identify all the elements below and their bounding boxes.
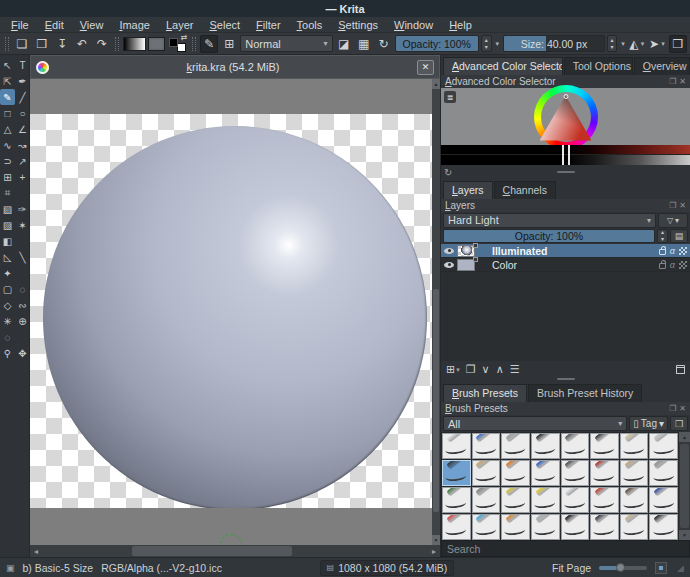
blending-mode-select[interactable]: Normal ▾ <box>240 35 332 52</box>
tool-button[interactable]: ✒ <box>15 73 30 89</box>
size-dropdown-icon[interactable]: ▾ <box>619 40 627 48</box>
brush-preset-item[interactable] <box>501 487 530 513</box>
duplicate-layer-button[interactable]: ❐ <box>466 363 476 376</box>
menu-view[interactable]: View <box>73 18 111 32</box>
lock-icon[interactable] <box>659 249 666 255</box>
canvas-horizontal-scrollbar[interactable]: ◂ ▸ <box>30 545 440 557</box>
zoom-mode-label[interactable]: Fit Page <box>552 562 591 574</box>
pattern-chooser[interactable] <box>148 37 165 51</box>
color-selector-menu-button[interactable]: ≣ <box>444 91 456 103</box>
opacity-slider[interactable]: Opacity: 100% <box>395 35 479 52</box>
tool-button[interactable]: ⚲ <box>0 345 15 361</box>
tool-button[interactable]: ↝ <box>15 137 30 153</box>
brush-preset-item[interactable] <box>561 433 590 459</box>
tag-button[interactable]: ▯ Tag ▾ <box>629 416 668 431</box>
menu-tools[interactable]: Tools <box>290 18 330 32</box>
horizontal-scroll-track[interactable] <box>42 545 428 557</box>
docker-splitter[interactable] <box>441 378 690 384</box>
brush-preset-item[interactable] <box>620 460 649 486</box>
brush-preset-item[interactable] <box>501 514 530 540</box>
spin-down-icon[interactable]: ▾ <box>482 44 491 51</box>
toolbar-drag-handle[interactable] <box>115 37 119 51</box>
layer-options-button[interactable]: ▤ <box>670 229 688 243</box>
brush-preset-item[interactable] <box>649 487 678 513</box>
lock-icon[interactable] <box>659 263 666 269</box>
tool-button[interactable]: ▨ <box>0 217 15 233</box>
close-docker-icon[interactable]: ✕ <box>679 201 686 210</box>
brush-size-slider[interactable]: Size: 40.00 px <box>503 35 605 52</box>
shade-selector-strips[interactable] <box>441 145 690 165</box>
brush-preset-item[interactable] <box>620 514 649 540</box>
float-docker-icon[interactable]: ❐ <box>669 404 676 413</box>
brush-preset-item[interactable] <box>561 460 590 486</box>
new-document-button[interactable]: ❏ <box>13 35 31 53</box>
size-spinner[interactable]: ▴▾ <box>607 35 618 52</box>
zoom-slider[interactable] <box>599 566 647 570</box>
foreground-color-swatch[interactable] <box>169 38 178 47</box>
inherit-alpha-icon[interactable] <box>679 261 687 269</box>
brush-preset-item[interactable] <box>590 487 619 513</box>
spin-down-icon[interactable]: ▾ <box>658 236 667 243</box>
canvas-viewport[interactable]: ▲ ▼ <box>30 79 440 545</box>
tool-button[interactable]: + <box>15 169 30 185</box>
tool-button[interactable]: ◧ <box>0 233 15 249</box>
spin-up-icon[interactable]: ▴ <box>608 37 617 44</box>
tool-button[interactable]: ╱ <box>15 89 30 105</box>
menu-file[interactable]: File <box>4 18 36 32</box>
docker-splitter-handle[interactable] <box>557 171 575 173</box>
tool-button[interactable]: T <box>15 57 30 73</box>
edit-brush-settings-button[interactable]: ✎ <box>200 35 218 53</box>
brush-preset-item[interactable] <box>531 514 560 540</box>
tool-button[interactable]: ∠ <box>15 121 30 137</box>
menu-layer[interactable]: Layer <box>159 18 201 32</box>
brush-preset-item[interactable] <box>531 460 560 486</box>
vertical-mirror-button[interactable]: ➤▾ <box>649 35 667 53</box>
preserve-alpha-button[interactable]: ▦ <box>355 35 373 53</box>
brush-preset-item[interactable] <box>531 433 560 459</box>
tool-button[interactable]: ◌ <box>15 281 30 297</box>
eraser-mode-button[interactable]: ◪ <box>335 35 353 53</box>
tool-button[interactable]: ○ <box>15 105 30 121</box>
advanced-color-selector[interactable]: ≣ <box>441 88 690 145</box>
menu-window[interactable]: Window <box>387 18 440 32</box>
layer-filter-button[interactable]: ▽ ▾ <box>658 213 688 228</box>
brush-preset-item[interactable] <box>472 487 501 513</box>
menu-image[interactable]: Image <box>112 18 157 32</box>
tool-button[interactable]: ∿ <box>0 137 15 153</box>
brush-preset-item[interactable] <box>472 433 501 459</box>
brush-preset-item[interactable] <box>442 433 471 459</box>
brush-preset-item[interactable] <box>501 433 530 459</box>
zoom-slider-handle[interactable] <box>616 563 625 572</box>
inherit-alpha-icon[interactable] <box>679 247 687 255</box>
tool-button[interactable]: ◌ <box>0 329 15 345</box>
layer-thumbnail[interactable] <box>457 259 475 271</box>
scroll-left-icon[interactable]: ◂ <box>30 545 42 557</box>
background-color-swatch[interactable] <box>177 43 186 52</box>
menu-help[interactable]: Help <box>442 18 479 32</box>
menu-filter[interactable]: Filter <box>249 18 287 32</box>
delete-layer-button[interactable] <box>676 365 685 374</box>
alpha-lock-icon[interactable]: α <box>670 260 675 270</box>
tool-button[interactable]: ⊞ <box>0 169 15 185</box>
opacity-spinner[interactable]: ▴▾ <box>481 35 492 52</box>
tool-button[interactable]: ✦ <box>0 265 15 281</box>
tool-button[interactable]: ∾ <box>15 297 30 313</box>
brush-preset-item[interactable] <box>501 460 530 486</box>
brush-preset-item[interactable] <box>649 460 678 486</box>
toolbar-drag-handle[interactable] <box>192 37 196 51</box>
layer-properties-button[interactable]: ☰ <box>510 363 520 376</box>
brush-preset-item[interactable] <box>472 514 501 540</box>
save-button[interactable]: ↧ <box>53 35 71 53</box>
tool-button[interactable]: ↗ <box>15 153 30 169</box>
layer-name[interactable]: Color <box>478 259 517 271</box>
menu-select[interactable]: Select <box>203 18 248 32</box>
close-docker-icon[interactable]: ✕ <box>679 404 686 413</box>
tag-filter-select[interactable]: All ▾ <box>443 416 627 431</box>
spin-up-icon[interactable]: ▴ <box>482 37 491 44</box>
brush-preset-item[interactable] <box>561 487 590 513</box>
spin-up-icon[interactable]: ▴ <box>658 229 667 236</box>
document-titlebar[interactable]: krita.kra (54.2 MiB) ✕ <box>30 55 440 79</box>
menu-settings[interactable]: Settings <box>331 18 385 32</box>
tab-channels[interactable]: Channels <box>494 181 556 199</box>
tool-button[interactable]: ▧ <box>0 201 15 217</box>
